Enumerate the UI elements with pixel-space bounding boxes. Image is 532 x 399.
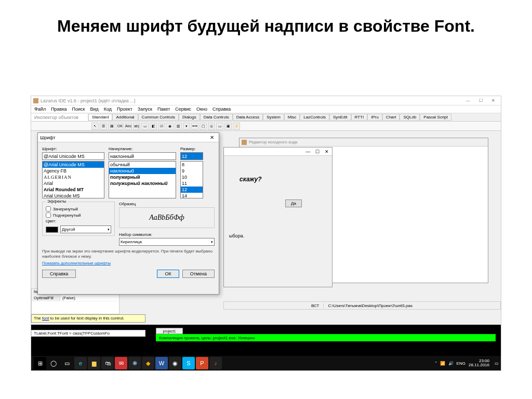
menu-window[interactable]: Окно [196,107,207,112]
form-minimize[interactable]: — [304,149,312,154]
font-name-input[interactable] [42,152,104,160]
font-list-item[interactable]: ALGERIAN [43,174,104,180]
taskbar-clock[interactable]: 23:00 28.11.2016 [469,359,491,367]
tray-wifi-icon[interactable]: 📶 [440,361,445,366]
tab-rtti[interactable]: RTTI [351,114,368,121]
group-component-icon[interactable]: ▢ [200,123,207,130]
style-list-item[interactable]: наклонный [109,168,176,174]
lazarus-taskbar-icon[interactable]: ◆ [142,357,154,369]
chrome-icon[interactable]: ◉ [169,357,181,369]
prop-row[interactable]: OptimalFill (False) [32,295,119,301]
edit-component-icon[interactable]: ab| [133,123,140,130]
font-style-input[interactable] [109,152,176,160]
minimize-button[interactable]: — [462,97,474,104]
font-list-item[interactable]: Arial Unicode MS [43,193,104,198]
menu-search[interactable]: Поиск [72,107,85,112]
tab-standard[interactable]: Standard [88,114,112,121]
maximize-button[interactable]: ☐ [475,97,486,104]
menu-edit[interactable]: Правка [51,107,66,112]
style-list-item[interactable]: полужирный [109,174,176,180]
menu-component-icon[interactable]: ☰ [100,123,107,130]
size-list-item[interactable]: 10 [181,174,203,180]
font-dialog-close[interactable]: ✕ [207,135,217,140]
strikeout-checkbox[interactable]: Зачеркнутый [46,206,111,211]
hint-link[interactable]: font [42,316,49,321]
listbox-component-icon[interactable]: ▥ [175,123,182,130]
color-select[interactable]: Другой▾ [60,225,111,233]
tab-synedit[interactable]: SynEdit [329,114,351,121]
menu-run[interactable]: Запуск [138,107,152,112]
code-editor-titlebar[interactable]: Редактор исходного кода [240,138,488,147]
memo-component-icon[interactable]: ▭ [141,123,149,130]
style-list-item[interactable]: полужирный наклонный [109,180,176,187]
size-list-item[interactable]: 12 [181,187,203,193]
popup-component-icon[interactable]: ▤ [108,123,115,130]
ok-button[interactable]: ОК [157,270,179,278]
combo-component-icon[interactable]: ▾ [183,123,190,130]
form-close[interactable]: ✕ [323,149,331,154]
tray-volume-icon[interactable]: 🔊 [448,361,454,366]
tab-additional[interactable]: Additional [112,114,138,121]
tab-common-controls[interactable]: Common Controls [138,114,179,121]
prop-value[interactable]: (False) [60,295,119,301]
menu-service[interactable]: Сервис [175,107,191,112]
help-button[interactable]: Справка [42,270,76,278]
font-dialog-titlebar[interactable]: Шрифт ✕ [38,133,219,142]
size-list-item[interactable]: 14 [181,193,203,198]
style-list[interactable]: обычный наклонный полужирный полужирный … [109,161,176,198]
form-choice-label[interactable]: ыбора. [229,233,244,238]
tab-chart[interactable]: Chart [382,114,400,121]
tray-notifications-icon[interactable]: ▭ [495,361,499,366]
close-button[interactable]: ✕ [487,97,499,104]
font-list-item[interactable]: Agency FB [43,168,104,174]
tab-system[interactable]: System [263,114,284,121]
menu-package[interactable]: Пакет [157,107,170,112]
tab-pascalscript[interactable]: Pascal Script [420,114,451,121]
tab-lazcontrols[interactable]: LazControls [300,114,329,121]
tray-lang[interactable]: ENG [457,361,466,366]
tab-data-controls[interactable]: Data Controls [200,114,233,121]
app2-icon[interactable]: ♪ [209,357,222,369]
font-list-item[interactable]: Arial [43,180,104,187]
menu-help[interactable]: Справка [212,107,231,112]
font-list-item[interactable]: @Arial Unicode MS [43,162,104,168]
app-icon[interactable]: ❋ [128,357,141,369]
style-list-item[interactable]: обычный [109,162,176,168]
compile-tab[interactable]: project1 [156,328,183,334]
frame-component-icon[interactable]: ▣ [224,123,232,130]
menu-view[interactable]: Вид [90,107,99,112]
form-da-button[interactable]: Да [285,200,302,207]
font-list-item[interactable]: Arial Rounded MT [43,187,104,193]
action-component-icon[interactable]: ⚡ [233,123,240,130]
start-button[interactable]: ⊞ [34,357,46,369]
explorer-icon[interactable]: ▆ [88,357,100,369]
menu-file[interactable]: Файл [34,107,46,112]
font-size-input[interactable] [180,152,203,160]
tab-dialogs[interactable]: Dialogs [179,114,200,121]
tab-misc[interactable]: Misc [284,114,300,121]
label-component-icon[interactable]: Abc [125,123,132,130]
menu-project[interactable]: Проект [117,107,132,112]
taskview-icon[interactable]: ▭ [61,357,73,369]
tab-sqldb[interactable]: SQLdb [400,114,420,121]
font-list[interactable]: @Arial Unicode MS Agency FB ALGERIAN Ari… [42,161,104,198]
charset-select[interactable]: Кириллица▾ [119,238,215,246]
panel-component-icon[interactable]: ▭ [216,123,223,130]
underline-checkbox[interactable]: Подчеркнутый [46,212,111,218]
scrollbar-component-icon[interactable]: ⟷ [191,123,198,130]
size-list[interactable]: 8 9 10 11 12 14 16 [180,161,203,198]
arrow-icon[interactable]: ↖ [91,123,99,130]
size-list-item[interactable]: 11 [181,180,203,187]
word-icon[interactable]: W [155,357,168,369]
toggle-component-icon[interactable]: ◧ [150,123,157,130]
button-component-icon[interactable]: OK [116,123,124,130]
size-list-item[interactable]: 8 [181,162,203,168]
checkbox-component-icon[interactable]: ☑ [158,123,165,130]
powerpoint-icon[interactable]: P [196,357,208,369]
tray-up-icon[interactable]: ˄ [435,361,437,366]
store-icon[interactable]: 🛍 [101,357,114,369]
form-question-label[interactable]: скажу? [240,176,262,183]
tab-data-access[interactable]: Data Access [233,114,263,121]
cancel-button[interactable]: Отмена [182,270,215,278]
search-icon[interactable]: ◯ [47,357,60,369]
